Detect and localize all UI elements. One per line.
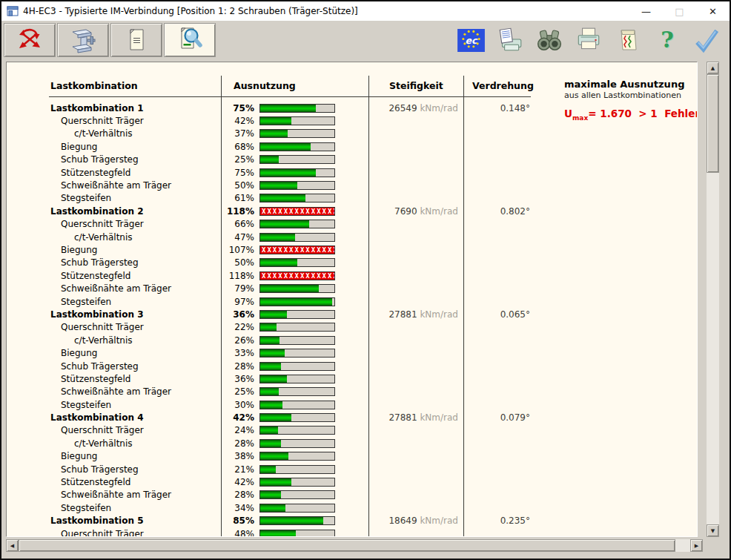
horizontal-scrollbar-thumb[interactable]	[19, 539, 675, 552]
vertical-scrollbar[interactable]: ▲ ▼	[707, 62, 719, 537]
utilization-bar	[259, 401, 337, 409]
bar-fill	[260, 182, 297, 189]
print-document-button[interactable]	[496, 25, 524, 55]
print-preview-button[interactable]	[164, 23, 216, 57]
document-button[interactable]	[110, 23, 162, 57]
horizontal-scrollbar[interactable]: ◀ ▶	[6, 539, 703, 552]
bar-track	[259, 297, 335, 306]
utilization-percent: 25%	[220, 386, 254, 397]
utilization-percent: 75%	[220, 168, 254, 178]
utilization-bar: XXXXXXXXXXXXXXXX	[259, 271, 337, 280]
check-label: Schweißnähte am Träger	[50, 386, 220, 397]
utilization-percent: 22%	[220, 322, 254, 332]
window-title: 4H-EC3 - Typisierte IM-Verbindung [Posit…	[23, 6, 358, 16]
bar-fill-error: XXXXXXXXXXXXXXXX	[260, 272, 334, 280]
scroll-right-button[interactable]: ▶	[690, 539, 703, 552]
printer-button[interactable]	[575, 25, 603, 55]
check-row: c/t-Verhältnis47%	[50, 231, 697, 243]
utilization-percent: 75%	[220, 103, 254, 113]
bar-fill	[260, 466, 276, 473]
scroll-left-button[interactable]: ◀	[6, 539, 19, 552]
utilization-percent: 42%	[220, 412, 254, 423]
utilization-bar	[259, 323, 337, 332]
stiffness-unit: kNm/rad	[417, 206, 458, 217]
utilization-percent: 97%	[220, 297, 254, 307]
stiffness-value: 27881 kNm/rad	[337, 412, 458, 423]
bar-fill	[260, 414, 291, 421]
bar-track	[259, 465, 335, 474]
rotation-value: 0.065°	[458, 309, 530, 320]
document-icon	[123, 27, 150, 53]
check-label: Stegsteifen	[50, 297, 220, 307]
utilization-percent: 33%	[220, 348, 254, 358]
utilization-percent: 118%	[220, 206, 254, 217]
combination-header-row: Lastkombination 442%27881 kNm/rad0.079°	[50, 411, 697, 424]
toolbar-right-group: ec	[457, 24, 721, 56]
header-steifigkeit: Steifigkeit	[389, 80, 443, 91]
bar-fill	[260, 517, 323, 524]
notes-button[interactable]	[614, 25, 642, 55]
bar-track	[259, 401, 335, 409]
steel-profile-button[interactable]	[57, 23, 109, 57]
stiffness-number: 27881	[388, 309, 417, 320]
utilization-percent: 21%	[220, 464, 254, 475]
bar-fill	[260, 401, 282, 409]
bar-fill	[260, 323, 277, 331]
utilization-bar: XXXXXXXXXXXXXXXX	[259, 207, 337, 216]
combination-name: Lastkombination 4	[50, 412, 220, 423]
check-label: Querschnitt Träger	[50, 116, 220, 126]
close-button[interactable]: ✕	[696, 1, 730, 21]
utilization-percent: 37%	[220, 128, 254, 139]
check-row: Querschnitt Träger66%	[50, 218, 697, 231]
lastkombination-block: Lastkombination 336%27881 kNm/rad0.065°Q…	[50, 308, 697, 411]
loads-button[interactable]	[4, 23, 56, 57]
combination-name: Lastkombination 5	[50, 515, 220, 526]
bar-track	[259, 220, 335, 228]
header-lastkombination: Lastkombination	[50, 80, 138, 91]
bar-track	[259, 284, 335, 293]
rotation-value: 0.802°	[458, 206, 530, 217]
confirm-button[interactable]	[692, 25, 721, 55]
stiffness-number: 7690	[394, 206, 417, 217]
check-label: Stützenstegfeld	[50, 374, 220, 384]
max-utilization-title: maximale Ausnutzung	[564, 79, 698, 90]
check-row: Stegsteifen34%	[50, 501, 697, 514]
check-label: c/t-Verhältnis	[50, 438, 220, 449]
eurocode-button[interactable]: ec	[457, 25, 485, 55]
check-row: Stützenstegfeld75%	[50, 166, 697, 179]
utilization-percent: 36%	[220, 309, 254, 320]
check-row: Schub Trägersteg21%	[50, 463, 697, 475]
utilization-bar	[259, 504, 337, 513]
utilization-bar	[259, 284, 337, 293]
check-label: Schub Trägersteg	[50, 154, 220, 165]
results-panel: Lastkombination Ausnutzung Steifigkeit V…	[6, 62, 698, 537]
search-binoculars-button[interactable]	[535, 25, 563, 55]
app-window: 4H-EC3 - Typisierte IM-Verbindung [Posit…	[0, 0, 731, 560]
utilization-percent: 36%	[220, 374, 254, 384]
minimize-button[interactable]: —	[629, 1, 663, 21]
check-row: Stegsteifen30%	[50, 398, 697, 411]
lastkombination-block: Lastkombination 585%18649 kNm/rad0.235°Q…	[50, 515, 697, 538]
bar-track	[259, 155, 335, 164]
utilization-bar	[259, 129, 337, 138]
stiffness-unit: kNm/rad	[417, 103, 458, 113]
utilization-bar	[259, 220, 337, 228]
scroll-down-button[interactable]: ▼	[707, 524, 719, 537]
utilization-percent: 61%	[220, 193, 254, 203]
utilization-percent: 24%	[220, 425, 254, 435]
notes-icon	[615, 26, 641, 54]
check-row: Schweißnähte am Träger25%	[50, 386, 697, 398]
header-underline	[49, 96, 531, 97]
scroll-up-button[interactable]: ▲	[707, 62, 719, 74]
maximize-button[interactable]: □	[663, 1, 696, 21]
check-row: Schweißnähte am Träger79%	[50, 282, 697, 294]
check-label: Schweißnähte am Träger	[50, 180, 220, 191]
utilization-percent: 38%	[220, 451, 254, 461]
check-label: Stützenstegfeld	[50, 168, 220, 178]
vertical-scrollbar-thumb[interactable]	[707, 74, 719, 173]
bar-track	[259, 375, 335, 383]
help-button[interactable]: ?	[653, 25, 681, 55]
bar-track	[259, 426, 335, 435]
bar-track	[259, 310, 335, 319]
eurocode-label: ec	[465, 35, 478, 46]
